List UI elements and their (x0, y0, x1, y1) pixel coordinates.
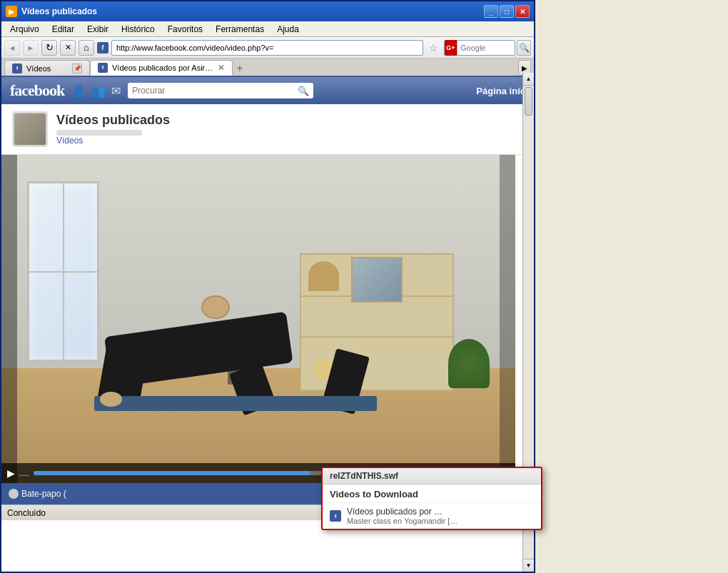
profile-videos-link[interactable]: Vídeos (56, 136, 83, 146)
search-input[interactable] (457, 44, 515, 52)
popup-title-bar: reIZTdNTHIS.swf (323, 468, 541, 485)
download-popup: reIZTdNTHIS.swf Videos to Download f Víd… (321, 467, 542, 530)
current-time: ..... (19, 470, 29, 477)
avatar-image (14, 113, 46, 145)
refresh-button[interactable]: ↻ (41, 40, 57, 56)
address-favicon: f (97, 42, 108, 54)
time-display: ..... (19, 470, 29, 477)
refresh-icon: ↻ (46, 42, 54, 53)
tab-videos-publicados[interactable]: f Vídeos publicados por Asirys Lap... ✕ (90, 60, 233, 76)
home-icon: ⌂ (84, 42, 89, 53)
facebook-nav-icons: 👤 👥 ✉ (71, 84, 121, 98)
minimize-button[interactable]: _ (484, 5, 498, 18)
menu-arquivo[interactable]: Arquivo (4, 23, 45, 36)
scrollbar-thumb[interactable] (525, 87, 532, 116)
popup-item-info: Vídeos publicados por Master class en Yo… (347, 507, 534, 525)
menu-favoritos[interactable]: Favoritos (162, 23, 208, 36)
tab-videos[interactable]: f Vídeos 📌 (4, 60, 90, 76)
menu-bar: Arquivo Editar Exibir Histórico Favorito… (1, 21, 534, 37)
facebook-search-input[interactable] (132, 86, 295, 96)
new-tab-button[interactable]: + (233, 61, 247, 76)
window-title: Vídeos publicados (21, 6, 484, 16)
chat-avatar-icon (9, 489, 19, 499)
popup-item-description: Master class en Yogamandir [HQ].mp4 (347, 517, 461, 525)
home-button[interactable]: ⌂ (79, 40, 94, 56)
window-controls: _ □ ✕ (484, 5, 530, 18)
profile-section: Vídeos publicados Vídeos (1, 104, 534, 155)
yoga-mat (94, 396, 377, 411)
window-icon: ▶ (6, 6, 17, 17)
address-bar-container: f ☆ G+ 🔍 (97, 40, 531, 56)
yoga-person (94, 263, 377, 411)
tab-label-videos: Vídeos (26, 64, 68, 73)
new-tab-icon: + (236, 62, 243, 75)
facebook-page-inicio[interactable]: Página iníc (476, 86, 525, 96)
menu-ferramentas[interactable]: Ferramentas (210, 23, 270, 36)
person-hand-left (100, 392, 123, 407)
menu-ajuda[interactable]: Ajuda (271, 23, 305, 36)
tab-favicon-videos: f (12, 64, 22, 73)
scrollbar-down-button[interactable]: ▼ (523, 559, 534, 572)
fb-friends-icon[interactable]: 👥 (91, 84, 106, 98)
tab-label-active: Vídeos publicados por Asirys Lap... (112, 64, 213, 72)
video-play-button[interactable]: ▶ (7, 467, 15, 479)
tab-favicon-active: f (98, 63, 108, 73)
tab-scroll-icon: ▶ (522, 64, 527, 72)
popup-title: reIZTdNTHIS.swf (330, 471, 398, 481)
fb-messages-icon[interactable]: ✉ (111, 84, 121, 98)
profile-avatar (12, 111, 48, 147)
room-right-shadow (500, 155, 515, 483)
chat-bate-papo[interactable]: Bate-papo ( (9, 489, 66, 499)
stop-button[interactable]: ✕ (60, 40, 76, 56)
facebook-search-bar[interactable]: 🔍 (128, 83, 313, 98)
facebook-logo[interactable]: facebook (10, 81, 64, 100)
popup-item-favicon: f (330, 510, 341, 522)
back-button[interactable]: ◄ (4, 40, 20, 56)
fb-people-icon[interactable]: 👤 (71, 84, 86, 98)
room-window (27, 181, 99, 362)
menu-editar[interactable]: Editar (46, 23, 80, 36)
address-bar[interactable] (111, 40, 423, 56)
menu-exibir[interactable]: Exibir (81, 23, 114, 36)
popup-section-header: Videos to Download (323, 485, 541, 503)
popup-item-name-blur (434, 509, 461, 516)
title-bar: ▶ Vídeos publicados _ □ ✕ (1, 1, 534, 21)
address-input[interactable] (116, 44, 418, 52)
video-player[interactable]: ▶ ..... 🔊 (1, 155, 515, 483)
scrollbar-up-button[interactable]: ▲ (523, 73, 534, 86)
profile-info: Vídeos publicados Vídeos (56, 113, 523, 146)
room-left-shadow (1, 155, 17, 483)
chat-label: Bate-papo ( (21, 489, 66, 499)
tab-bar: f Vídeos 📌 f Vídeos publicados por Asiry… (1, 59, 534, 77)
address-favicon-label: f (102, 44, 104, 51)
profile-name-blur (56, 130, 142, 136)
tab-pin-icon[interactable]: 📌 (72, 64, 82, 73)
close-button[interactable]: ✕ (515, 5, 530, 18)
forward-icon: ► (27, 44, 35, 52)
progress-bar-fill (34, 471, 310, 475)
bookmark-star-icon[interactable]: ☆ (426, 42, 441, 54)
plant-decoration (448, 339, 490, 388)
stop-icon: ✕ (65, 43, 71, 52)
search-go-icon: 🔍 (519, 43, 530, 53)
facebook-header: facebook 👤 👥 ✉ 🔍 Página iníc (1, 77, 534, 104)
popup-download-item[interactable]: f Vídeos publicados por Master class en … (323, 503, 541, 529)
video-scene (1, 155, 515, 483)
menu-historico[interactable]: Histórico (116, 23, 161, 36)
maximize-button[interactable]: □ (500, 5, 514, 18)
back-icon: ◄ (9, 44, 16, 52)
search-go-button[interactable]: 🔍 (517, 40, 531, 56)
popup-item-title: Vídeos publicados por (347, 507, 461, 517)
navigation-bar: ◄ ► ↻ ✕ ⌂ f ☆ (1, 37, 534, 59)
tab-close-button[interactable]: ✕ (218, 63, 225, 73)
facebook-search-icon[interactable]: 🔍 (298, 86, 309, 96)
profile-name: Vídeos publicados (56, 113, 523, 128)
forward-button[interactable]: ► (23, 40, 39, 56)
person-head (201, 295, 230, 319)
